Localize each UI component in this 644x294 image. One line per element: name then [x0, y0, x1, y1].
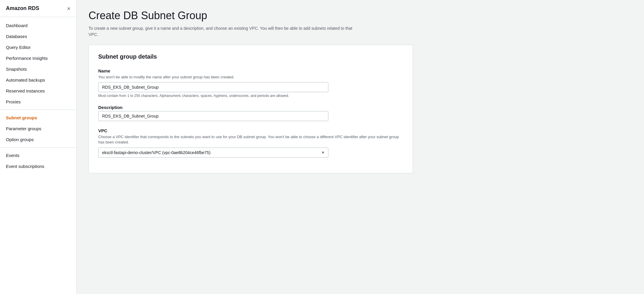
page-description: To create a new subnet group, give it a …	[89, 25, 354, 38]
description-form-group: Description	[98, 105, 403, 121]
name-validation-hint: Must contain from 1 to 255 characters. A…	[98, 94, 403, 98]
sidebar-item-reserved-instances[interactable]: Reserved instances	[0, 85, 76, 96]
vpc-label: VPC	[98, 128, 403, 133]
page-title: Create DB Subnet Group	[89, 9, 632, 22]
description-input[interactable]	[98, 111, 328, 121]
sidebar-item-event-subscriptions[interactable]: Event subscriptions	[0, 161, 76, 172]
sidebar-item-parameter-groups[interactable]: Parameter groups	[0, 123, 76, 134]
name-hint: You won't be able to modify the name aft…	[98, 75, 403, 80]
vpc-select[interactable]: eksctl-fastapi-demo-cluster/VPC (vpc-0ae…	[98, 148, 328, 158]
main-content: Create DB Subnet Group To create a new s…	[77, 0, 644, 294]
sidebar-item-proxies[interactable]: Proxies	[0, 96, 76, 107]
card-title: Subnet group details	[98, 53, 403, 60]
description-label: Description	[98, 105, 403, 110]
name-input[interactable]	[98, 82, 328, 92]
sidebar-item-databases[interactable]: Databases	[0, 31, 76, 42]
sidebar-item-performance-insights[interactable]: Performance Insights	[0, 53, 76, 64]
sidebar-item-automated-backups[interactable]: Automated backups	[0, 75, 76, 85]
vpc-select-wrapper: eksctl-fastapi-demo-cluster/VPC (vpc-0ae…	[98, 148, 328, 158]
sidebar-item-events[interactable]: Events	[0, 150, 76, 161]
sidebar-item-snapshots[interactable]: Snapshots	[0, 64, 76, 75]
sidebar-divider	[0, 147, 76, 148]
sidebar-close-button[interactable]: ×	[67, 6, 71, 11]
vpc-form-group: VPC Choose a VPC identifier that corresp…	[98, 128, 403, 157]
sidebar-item-subnet-groups[interactable]: Subnet groups	[0, 112, 76, 123]
name-label: Name	[98, 68, 403, 73]
sidebar-header: Amazon RDS ×	[0, 0, 76, 17]
subnet-group-details-card: Subnet group details Name You won't be a…	[89, 45, 413, 173]
sidebar: Amazon RDS × DashboardDatabasesQuery Edi…	[0, 0, 77, 294]
sidebar-navigation: DashboardDatabasesQuery EditorPerformanc…	[0, 17, 76, 175]
name-form-group: Name You won't be able to modify the nam…	[98, 68, 403, 98]
sidebar-divider	[0, 110, 76, 110]
vpc-hint: Choose a VPC identifier that corresponds…	[98, 134, 403, 145]
sidebar-item-option-groups[interactable]: Option groups	[0, 134, 76, 145]
sidebar-item-dashboard[interactable]: Dashboard	[0, 20, 76, 31]
sidebar-item-query-editor[interactable]: Query Editor	[0, 42, 76, 53]
sidebar-title: Amazon RDS	[6, 5, 39, 11]
